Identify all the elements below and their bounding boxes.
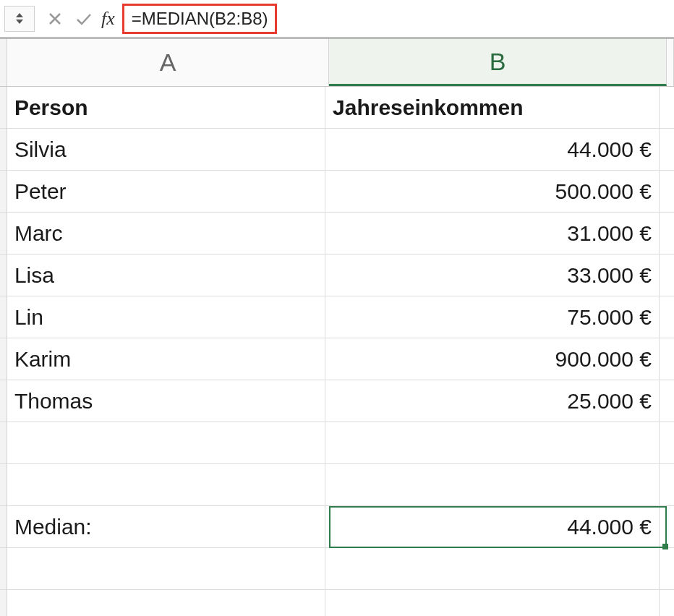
row-header[interactable]: [0, 464, 7, 505]
cell-c11[interactable]: [660, 506, 674, 547]
row-header[interactable]: [0, 338, 7, 380]
cell-b9[interactable]: [325, 422, 660, 463]
cell-c8[interactable]: [660, 380, 674, 422]
table-row: [0, 590, 674, 616]
table-row: Lisa 33.000 €: [0, 254, 674, 296]
cell-c9[interactable]: [660, 422, 674, 463]
cancel-button[interactable]: [40, 6, 69, 32]
cell-b3[interactable]: 500.000 €: [325, 171, 660, 212]
fill-handle[interactable]: [662, 544, 668, 549]
chevron-down-icon: [16, 20, 23, 24]
cell-c13[interactable]: [660, 590, 674, 616]
table-row: Peter 500.000 €: [0, 171, 674, 213]
column-header-c[interactable]: [667, 39, 674, 86]
cell-b6[interactable]: 75.000 €: [325, 296, 660, 338]
chevron-up-icon: [16, 13, 23, 17]
table-row: Person Jahreseinkommen: [0, 87, 674, 129]
row-header[interactable]: [0, 213, 7, 254]
cell-c2[interactable]: [660, 129, 674, 170]
select-all-corner[interactable]: [0, 39, 7, 86]
table-row: [0, 464, 674, 506]
cell-a13[interactable]: [7, 590, 325, 616]
row-header[interactable]: [0, 129, 7, 170]
column-header-a[interactable]: A: [7, 39, 329, 86]
cell-a9[interactable]: [7, 422, 325, 463]
formula-bar: fx =MEDIAN(B2:B8): [0, 0, 674, 38]
cell-b5[interactable]: 33.000 €: [325, 254, 660, 296]
cell-a6[interactable]: Lin: [7, 296, 325, 338]
cell-b12[interactable]: [325, 548, 660, 589]
cell-a4[interactable]: Marc: [7, 213, 325, 254]
table-row: Median: 44.000 €: [0, 506, 674, 548]
accept-button[interactable]: [69, 6, 98, 32]
row-header[interactable]: [0, 296, 7, 338]
cell-c10[interactable]: [660, 464, 674, 505]
cell-b2[interactable]: 44.000 €: [325, 129, 660, 170]
cell-a2[interactable]: Silvia: [7, 129, 325, 170]
row-header[interactable]: [0, 380, 7, 422]
row-header[interactable]: [0, 548, 7, 589]
cell-b13[interactable]: [325, 590, 660, 616]
row-header[interactable]: [0, 87, 7, 128]
cell-a1[interactable]: Person: [7, 87, 325, 128]
cell-a12[interactable]: [7, 548, 325, 589]
cell-a5[interactable]: Lisa: [7, 254, 325, 296]
table-row: Karim 900.000 €: [0, 338, 674, 380]
row-header[interactable]: [0, 171, 7, 212]
cell-a3[interactable]: Peter: [7, 171, 325, 212]
cell-b11[interactable]: 44.000 €: [325, 506, 660, 547]
table-row: Thomas 25.000 €: [0, 380, 674, 422]
cell-c6[interactable]: [660, 296, 674, 338]
cell-b7[interactable]: 900.000 €: [325, 338, 660, 380]
column-header-b[interactable]: B: [329, 39, 667, 86]
table-row: Marc 31.000 €: [0, 213, 674, 254]
column-headers: A B: [0, 39, 674, 87]
cell-b8[interactable]: 25.000 €: [325, 380, 660, 422]
fx-label[interactable]: fx: [98, 8, 122, 30]
cell-a10[interactable]: [7, 464, 325, 505]
check-icon: [75, 12, 93, 26]
cell-a11[interactable]: Median:: [7, 506, 325, 547]
table-row: Lin 75.000 €: [0, 296, 674, 338]
cell-c3[interactable]: [660, 171, 674, 212]
spreadsheet-grid: A B Person Jahreseinkommen Silvia 44.000…: [0, 38, 674, 616]
cell-c7[interactable]: [660, 338, 674, 380]
row-header[interactable]: [0, 506, 7, 547]
table-row: [0, 548, 674, 590]
row-header[interactable]: [0, 254, 7, 296]
cell-c4[interactable]: [660, 213, 674, 254]
cell-a7[interactable]: Karim: [7, 338, 325, 380]
cell-b1[interactable]: Jahreseinkommen: [325, 87, 660, 128]
cell-b10[interactable]: [325, 464, 660, 505]
cell-c5[interactable]: [660, 254, 674, 296]
close-icon: [48, 12, 62, 26]
name-box-dropdown[interactable]: [4, 6, 35, 32]
cell-c12[interactable]: [660, 548, 674, 589]
cell-c1[interactable]: [660, 87, 674, 128]
row-header[interactable]: [0, 422, 7, 463]
table-row: [0, 422, 674, 464]
row-header[interactable]: [0, 590, 7, 616]
cell-b4[interactable]: 31.000 €: [325, 213, 660, 254]
cell-a8[interactable]: Thomas: [7, 380, 325, 422]
table-row: Silvia 44.000 €: [0, 129, 674, 171]
formula-input[interactable]: =MEDIAN(B2:B8): [122, 4, 278, 34]
